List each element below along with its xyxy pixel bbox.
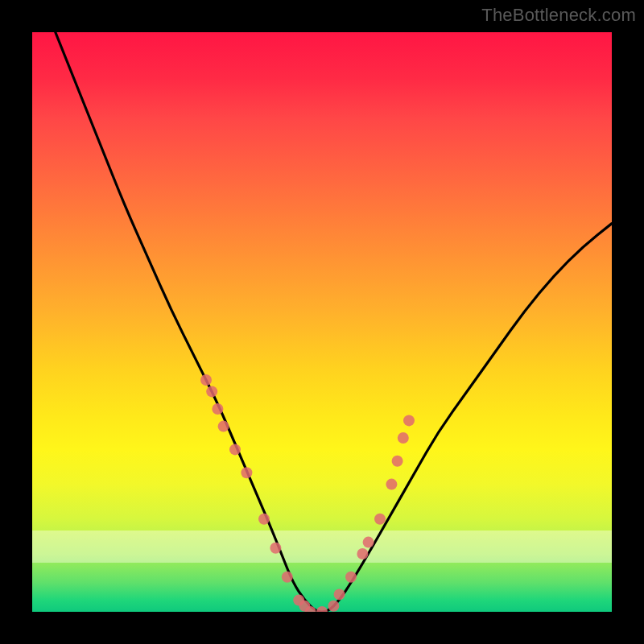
chart-frame: TheBottleneck.com bbox=[0, 0, 644, 644]
marker-dot bbox=[200, 374, 212, 386]
marker-dot bbox=[206, 386, 217, 397]
marker-dot bbox=[357, 548, 368, 559]
marker-dot bbox=[392, 456, 403, 467]
marker-dot bbox=[212, 403, 223, 415]
marker-dot bbox=[282, 572, 293, 583]
marker-dots bbox=[200, 374, 415, 612]
marker-dot bbox=[270, 543, 281, 554]
marker-dot bbox=[328, 601, 339, 612]
marker-dot bbox=[218, 421, 229, 432]
marker-dot bbox=[386, 479, 397, 490]
plot-area bbox=[32, 32, 612, 612]
marker-dot bbox=[374, 514, 386, 525]
marker-dot bbox=[229, 444, 241, 455]
marker-dot bbox=[241, 467, 252, 478]
chart-svg bbox=[32, 32, 612, 612]
bottleneck-curve bbox=[56, 32, 612, 612]
marker-dot bbox=[345, 572, 357, 583]
marker-dot bbox=[334, 588, 345, 600]
marker-dot bbox=[316, 606, 328, 612]
marker-dot bbox=[258, 514, 270, 525]
marker-dot bbox=[403, 415, 415, 426]
marker-dot bbox=[363, 537, 374, 548]
marker-dot bbox=[398, 432, 409, 444]
watermark-text: TheBottleneck.com bbox=[481, 5, 636, 26]
